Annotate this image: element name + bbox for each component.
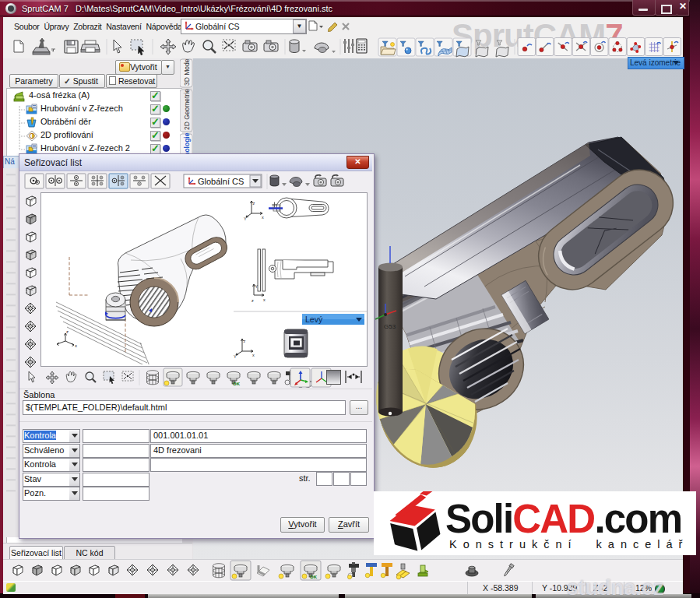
svg-text:z: z <box>66 329 69 334</box>
svg-text:z: z <box>253 201 255 206</box>
svg-text:Levý: Levý <box>305 315 323 324</box>
svg-text:z: z <box>252 298 254 303</box>
svg-text:Y: Y <box>255 284 259 289</box>
svg-text:Y: Y <box>244 216 247 221</box>
svg-text:Globální CS: Globální CS <box>198 177 244 186</box>
svg-text:x: x <box>75 343 77 348</box>
svg-text:x: x <box>252 353 255 357</box>
svg-text:OK: OK <box>233 382 241 386</box>
svg-text:x: x <box>262 215 264 220</box>
svg-text:Y: Y <box>234 354 237 359</box>
svg-text:2D Geometrie: 2D Geometrie <box>183 89 191 130</box>
svg-text:G53: G53 <box>384 323 396 330</box>
svg-text:3D Model: 3D Model <box>183 58 191 86</box>
svg-text:z: z <box>244 339 246 343</box>
svg-text:x: x <box>263 297 266 302</box>
svg-text:OK: OK <box>310 575 318 579</box>
